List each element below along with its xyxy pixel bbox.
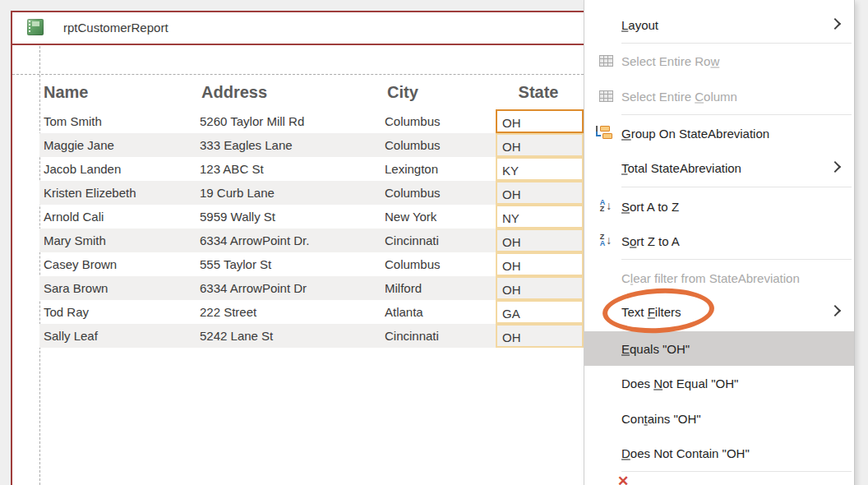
group-on-icon	[596, 126, 616, 141]
state-cell[interactable]: OH	[496, 276, 584, 300]
cell-city: Cincinnati	[385, 229, 439, 252]
menu-separator	[621, 187, 852, 187]
submenu-arrow-icon	[829, 161, 841, 173]
menu-item-clear-filter: Clear filter from StateAbreviation	[584, 261, 854, 295]
state-cell[interactable]: NY	[496, 205, 584, 229]
cell-name: Sara Brown	[44, 276, 108, 300]
cell-address: 5959 Wally St	[200, 205, 275, 229]
cell-name: Maggie Jane	[44, 133, 114, 157]
table-grid-icon	[596, 89, 616, 104]
cell-address: 222 Street	[200, 300, 256, 324]
table-row: Kristen Elizebeth 19 Curb Lane Columbus …	[39, 181, 584, 205]
cell-address: 6334 ArrowPoint Dr.	[200, 229, 309, 252]
delete-icon[interactable]: ✕	[617, 474, 629, 485]
menu-item-equals-oh[interactable]: Equals "OH"	[584, 331, 854, 366]
state-cell-selected[interactable]: OH	[496, 109, 584, 133]
table-grid-icon	[596, 53, 616, 68]
cell-name: Casey Brown	[44, 252, 117, 276]
menu-item-group-on[interactable]: Group On StateAbreviation	[584, 116, 854, 150]
report-title: rptCustomerReport	[63, 12, 169, 44]
cell-address: 6334 ArrowPoint Dr	[200, 276, 307, 300]
cell-city: Columbus	[385, 181, 441, 205]
cell-name: Sally Leaf	[44, 324, 98, 348]
menu-separator	[621, 471, 852, 472]
menu-item-select-entire-row: Select Entire Row	[584, 44, 854, 78]
table-row: Jacob Landen 123 ABC St Lexington KY	[39, 157, 584, 181]
cell-name: Arnold Cali	[44, 205, 104, 229]
cell-city: Columbus	[385, 252, 441, 276]
cell-address: 333 Eagles Lane	[200, 133, 293, 157]
cell-city: Atlanta	[385, 300, 423, 324]
column-header-name[interactable]: Name	[44, 77, 88, 107]
cell-address: 5242 Lane St	[200, 324, 273, 348]
cell-name: Jacob Landen	[44, 157, 121, 181]
menu-separator	[621, 259, 852, 260]
cell-name: Kristen Elizebeth	[44, 181, 136, 205]
column-header-address[interactable]: Address	[201, 77, 267, 107]
menu-item-sort-z-to-a[interactable]: ZA↓ Sort Z to A	[584, 224, 854, 258]
menu-item-sort-a-to-z[interactable]: AZ↓ Sort A to Z	[584, 189, 854, 224]
cell-address: 555 Taylor St	[200, 252, 271, 276]
state-cell[interactable]: GA	[496, 300, 584, 324]
state-cell[interactable]: OH	[496, 229, 584, 252]
menu-item-does-not-contain-oh[interactable]: Does Not Contain "OH"	[584, 436, 854, 470]
cell-city: Lexington	[385, 157, 438, 181]
state-cell[interactable]: OH	[496, 133, 584, 157]
cell-city: New York	[385, 205, 436, 229]
menu-item-select-entire-column: Select Entire Column	[584, 79, 854, 113]
state-cell[interactable]: OH	[496, 324, 584, 348]
state-cell[interactable]: OH	[496, 252, 584, 276]
cell-address: 123 ABC St	[200, 157, 264, 181]
menu-item-total[interactable]: Total StateAbreviation	[584, 150, 854, 185]
menu-item-does-not-equal-oh[interactable]: Does Not Equal "OH"	[584, 366, 854, 400]
table-row: Sara Brown 6334 ArrowPoint Dr Milford OH	[39, 276, 584, 300]
cell-city: Columbus	[385, 109, 441, 133]
sort-za-icon: ZA↓	[596, 233, 616, 248]
table-row: Maggie Jane 333 Eagles Lane Columbus OH	[39, 133, 584, 157]
state-cell[interactable]: OH	[496, 181, 584, 205]
cell-name: Mary Smith	[44, 229, 106, 252]
submenu-arrow-icon	[829, 305, 841, 316]
menu-item-contains-oh[interactable]: Contains "OH"	[584, 401, 854, 436]
submenu-arrow-icon	[829, 18, 841, 30]
table-row: Mary Smith 6334 ArrowPoint Dr. Cincinnat…	[39, 229, 584, 252]
table-row: Tod Ray 222 Street Atlanta GA	[39, 300, 584, 324]
table-row: Arnold Cali 5959 Wally St New York NY	[39, 205, 584, 229]
layout-guide-horizontal	[12, 74, 584, 75]
table-row: Casey Brown 555 Taylor St Columbus OH	[39, 252, 584, 276]
column-header-state[interactable]: State	[496, 77, 581, 107]
context-menu: Layout Select Entire Row Select Entire C…	[584, 0, 855, 485]
cell-address: 19 Curb Lane	[200, 181, 275, 205]
menu-item-layout[interactable]: Layout	[584, 8, 854, 41]
cell-city: Milford	[385, 276, 422, 300]
cell-city: Cincinnati	[385, 324, 439, 348]
state-cell[interactable]: KY	[496, 157, 584, 181]
cell-city: Columbus	[385, 133, 441, 157]
report-icon	[27, 19, 44, 35]
cell-name: Tom Smith	[44, 109, 102, 133]
menu-separator	[621, 114, 852, 115]
table-row: Tom Smith 5260 Taylor Mill Rd Columbus O…	[39, 109, 584, 133]
table-row: Sally Leaf 5242 Lane St Cincinnati OH	[39, 324, 584, 348]
cell-name: Tod Ray	[44, 300, 89, 324]
cell-address: 5260 Taylor Mill Rd	[200, 109, 304, 133]
sort-az-icon: AZ↓	[596, 199, 616, 214]
column-header-city[interactable]: City	[362, 77, 444, 107]
